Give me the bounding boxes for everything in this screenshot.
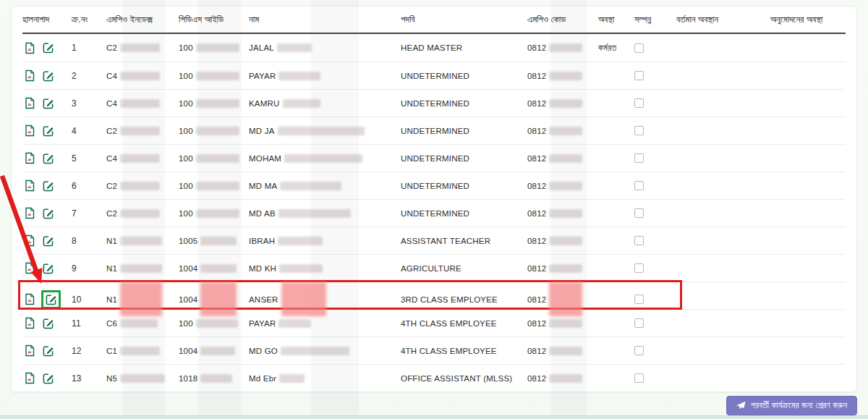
serial-cell: 8 bbox=[72, 227, 106, 254]
update-cell bbox=[22, 90, 72, 117]
edit-icon[interactable] bbox=[41, 261, 56, 276]
redaction-blur bbox=[278, 72, 320, 80]
done-checkbox[interactable] bbox=[634, 346, 644, 355]
table-row: 2 C4 100 PAYAR UNDETERMINED 0812 bbox=[22, 62, 846, 89]
name-cell: KAMRU bbox=[249, 90, 401, 117]
pdf-file-icon[interactable] bbox=[22, 69, 37, 83]
edit-icon[interactable] bbox=[41, 206, 56, 221]
pdf-file-icon[interactable] bbox=[22, 41, 37, 55]
edit-icon-glyph bbox=[43, 98, 54, 109]
mpo-index-cell: C2 bbox=[106, 200, 179, 227]
current-position-cell bbox=[676, 172, 770, 199]
update-cell bbox=[22, 365, 72, 392]
name-cell: MD JA bbox=[249, 117, 401, 144]
pds-id-cell: 100 bbox=[179, 172, 249, 199]
pdf-file-icon[interactable] bbox=[22, 179, 37, 193]
pds-id-cell: 1005 bbox=[179, 227, 249, 254]
designation-cell: UNDETERMINED bbox=[401, 62, 527, 89]
edit-icon[interactable] bbox=[41, 124, 56, 138]
name-cell: MD GO bbox=[249, 337, 401, 364]
approval-status-cell bbox=[770, 172, 847, 199]
pds-id-cell: 100 bbox=[179, 62, 249, 89]
done-checkbox[interactable] bbox=[634, 43, 644, 53]
done-checkbox[interactable] bbox=[634, 373, 644, 383]
edit-icon[interactable] bbox=[41, 151, 56, 166]
status-cell bbox=[598, 200, 634, 227]
redaction-blur bbox=[549, 264, 582, 273]
done-cell bbox=[634, 310, 676, 337]
pdf-file-icon[interactable] bbox=[22, 206, 37, 221]
redaction-blur bbox=[120, 319, 158, 328]
pdf-file-icon[interactable] bbox=[22, 371, 37, 386]
redaction-blur bbox=[284, 154, 362, 163]
edit-icon-highlight-box[interactable] bbox=[41, 290, 61, 309]
done-checkbox[interactable] bbox=[634, 236, 644, 245]
redaction-blur bbox=[196, 182, 239, 190]
redaction-blur bbox=[200, 347, 235, 355]
redaction-blur bbox=[120, 154, 160, 163]
edit-icon[interactable] bbox=[41, 371, 56, 386]
serial-cell: 3 bbox=[72, 90, 106, 117]
pdf-file-icon[interactable] bbox=[22, 151, 37, 166]
table-header-row: হালনাগাদ ক্র.নং এমপিও ইনডেক্স পিডিএস আইড… bbox=[22, 7, 846, 34]
edit-icon-glyph bbox=[43, 263, 54, 274]
edit-icon[interactable] bbox=[41, 96, 56, 111]
done-checkbox[interactable] bbox=[634, 71, 644, 80]
serial-cell: 2 bbox=[72, 62, 106, 89]
pdf-file-icon[interactable] bbox=[22, 344, 37, 358]
redaction-blur bbox=[549, 182, 582, 190]
mpo-index-cell: C4 bbox=[106, 62, 179, 89]
done-cell bbox=[634, 200, 676, 227]
update-cell bbox=[22, 255, 72, 282]
pds-id-cell: 100 bbox=[179, 117, 249, 144]
done-checkbox[interactable] bbox=[634, 126, 644, 135]
done-checkbox[interactable] bbox=[634, 181, 644, 190]
edit-icon[interactable] bbox=[41, 234, 56, 248]
redaction-blur bbox=[120, 72, 160, 80]
send-icon bbox=[736, 401, 746, 410]
redaction-blur bbox=[120, 347, 160, 355]
name-cell: Md Ebr bbox=[249, 365, 401, 392]
redaction-blur bbox=[196, 209, 239, 218]
edit-icon[interactable] bbox=[41, 69, 56, 83]
pds-id-cell: 1004 bbox=[179, 255, 249, 282]
pdf-file-icon[interactable] bbox=[22, 234, 37, 248]
done-checkbox[interactable] bbox=[634, 295, 644, 304]
done-checkbox[interactable] bbox=[634, 153, 644, 163]
pdf-file-icon[interactable] bbox=[22, 292, 37, 307]
redaction-blur bbox=[549, 154, 582, 163]
edit-icon[interactable] bbox=[41, 316, 56, 331]
pdf-file-icon bbox=[25, 262, 35, 274]
name-cell: IBRAH bbox=[249, 227, 401, 254]
pdf-file-icon[interactable] bbox=[22, 96, 37, 111]
edit-icon-glyph bbox=[43, 70, 54, 82]
current-position-cell bbox=[676, 145, 770, 172]
approval-status-cell bbox=[770, 310, 847, 337]
redaction-blur bbox=[120, 209, 160, 218]
submit-button-label: পরবর্তী কার্যক্রমের জন্য প্রেরণ করুন bbox=[751, 400, 847, 411]
serial-cell: 1 bbox=[72, 34, 106, 62]
done-checkbox[interactable] bbox=[634, 263, 644, 273]
edit-icon[interactable] bbox=[41, 344, 56, 358]
pdf-file-icon[interactable] bbox=[22, 124, 37, 138]
mpo-code-cell: 0812 bbox=[527, 255, 598, 282]
mpo-code-cell: 0812 bbox=[527, 200, 598, 227]
status-cell bbox=[598, 90, 634, 117]
done-checkbox[interactable] bbox=[634, 318, 644, 328]
edit-icon[interactable] bbox=[41, 179, 56, 193]
edit-icon[interactable] bbox=[41, 41, 56, 55]
pdf-file-icon[interactable] bbox=[22, 261, 37, 276]
pdf-file-icon bbox=[25, 344, 35, 357]
col-header-approval-status: অনুমোদনের অবস্থা bbox=[770, 7, 847, 33]
name-cell: MOHAM bbox=[249, 145, 401, 172]
pdf-file-icon[interactable] bbox=[22, 316, 37, 331]
mpo-code-cell: 0812 bbox=[527, 62, 598, 89]
done-checkbox[interactable] bbox=[634, 208, 644, 218]
pdf-file-icon bbox=[25, 293, 35, 305]
pdf-file-icon bbox=[25, 124, 35, 137]
done-checkbox[interactable] bbox=[634, 98, 644, 108]
pdf-file-icon bbox=[25, 317, 35, 329]
table-row: 4 C2 100 MD JA UNDETERMINED 0812 bbox=[22, 117, 846, 144]
submit-next-action-button[interactable]: পরবর্তী কার্যক্রমের জন্য প্রেরণ করুন bbox=[726, 396, 857, 415]
redaction-blur bbox=[280, 182, 341, 190]
